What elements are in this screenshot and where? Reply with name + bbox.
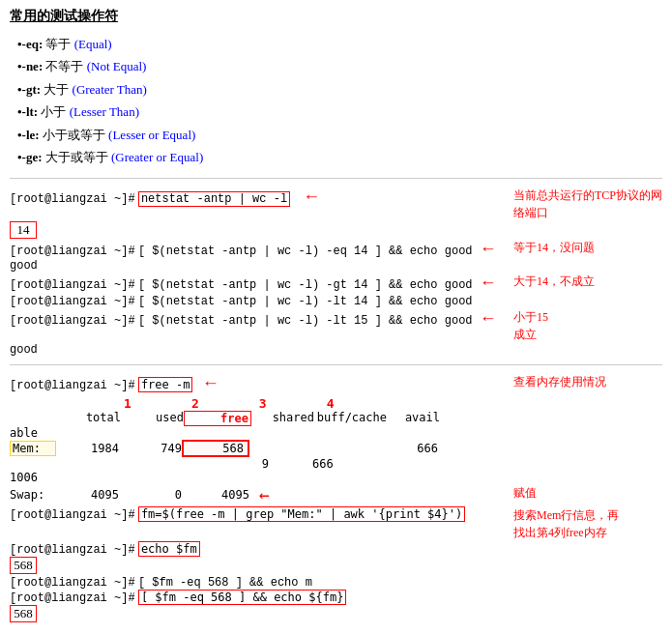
bullets-section: •-eq: 等于 (Equal) •-ne: 不等于 (Not Equal) •… [10, 33, 662, 168]
col-num-4: 4 [327, 396, 335, 411]
fm-prompt: [root@liangzai ~]# [10, 508, 135, 522]
prompt2: [root@liangzai ~]# [10, 245, 135, 258]
col-num-3: 3 [259, 396, 267, 411]
test2-prompt: [root@liangzai ~]# [10, 591, 135, 605]
mem-free: 568 [182, 440, 249, 457]
arrow2: ← [480, 239, 497, 258]
swap-total: 4095 [56, 488, 119, 502]
test2-output: 568 [10, 605, 662, 622]
note3: 大于14，不成立 [508, 273, 662, 290]
cmd3-row: [root@liangzai ~]# [ $(netstat -antp | w… [10, 273, 662, 293]
cmd5-row: [root@liangzai ~]# [ $(netstat -antp | w… [10, 308, 662, 343]
output5: good [10, 343, 662, 357]
bullet-ge: •-ge: 大于或等于 (Greater or Equal) [17, 146, 662, 168]
mem-shared-val: 9 [249, 457, 269, 471]
test-cmd: [ $fm -eq 568 ] && echo m [138, 576, 312, 590]
bullet-gt: •-gt: 大于 (Greater Than) [17, 78, 662, 101]
fm-cmd-box: fm=$(free -m | grep "Mem:" | awk '{print… [138, 506, 465, 522]
fm-output-value: 568 [10, 557, 37, 574]
test-prompt: [root@liangzai ~]# [10, 576, 135, 590]
free-section: [root@liangzai ~]# free -m ← 查看内存使用情况 1 … [10, 373, 662, 622]
swap-row-wrapper: Swap: 4095 0 4095 ← 赋值 [10, 484, 662, 504]
mem-total: 1984 [56, 442, 119, 455]
col-avail: avail [387, 411, 440, 426]
test2-cmd-box: [ $fm -eq 568 ] && echo ${fm} [138, 590, 347, 605]
divider1 [10, 178, 662, 179]
terminal-section1: [root@liangzai ~]# netstat -antp | wc -l… [10, 187, 662, 357]
col-able-row: able [10, 426, 662, 440]
cmd2-text: [ $(netstat -antp | wc -l) -eq 14 ] && e… [138, 245, 473, 258]
divider2 [10, 364, 662, 365]
cmd4-text: [ $(netstat -antp | wc -l) -lt 14 ] && e… [138, 295, 473, 308]
fm-note: 搜索Mem行信息，再 找出第4列free内存 [508, 506, 662, 541]
free-note: 查看内存使用情况 [508, 373, 662, 390]
test-cmd-row: [root@liangzai ~]# [ $fm -eq 568 ] && ec… [10, 574, 662, 590]
mem-extra-row: 9 666 [10, 457, 662, 471]
col-shared: shared [251, 411, 314, 426]
note2: 等于14，没问题 [508, 239, 662, 256]
col-numbers-row: 1 2 3 4 [10, 396, 662, 411]
mem-row: Mem: 1984 749 568 666 [10, 440, 662, 457]
col-free: free [184, 411, 251, 426]
mem-label: Mem: [10, 441, 56, 456]
mem-666: 666 [312, 457, 332, 471]
note1: 当前总共运行的TCP协议的网络端口 [508, 187, 662, 221]
prompt1: [root@liangzai ~]# [10, 192, 135, 206]
output1-value: 14 [10, 221, 37, 239]
swap-label: Swap: [10, 488, 56, 502]
echo-cmd-box: echo $fm [138, 541, 200, 557]
mem-1006: 1006 [10, 471, 662, 484]
cmd1-row: [root@liangzai ~]# netstat -antp | wc -l… [10, 187, 662, 221]
swap-used: 0 [119, 488, 182, 502]
free-cmd-box: free -m [138, 377, 193, 392]
note5: 小于15 成立 [508, 308, 662, 343]
echo-fm-row: [root@liangzai ~]# echo $fm [10, 541, 662, 557]
output2: good [10, 259, 662, 273]
test-cmd2-row: [root@liangzai ~]# [ $fm -eq 568 ] && ec… [10, 590, 662, 605]
assign-arrow: ← [259, 484, 270, 504]
col-headers-row: total used free shared buff/cache avail [10, 411, 662, 426]
free-prompt: [root@liangzai ~]# [10, 379, 135, 392]
col-used: used [121, 411, 184, 426]
col-num-1: 1 [124, 396, 131, 411]
prompt5: [root@liangzai ~]# [10, 314, 135, 328]
arrow5: ← [480, 308, 497, 328]
prompt3: [root@liangzai ~]# [10, 278, 135, 292]
free-cmd-row: [root@liangzai ~]# free -m ← 查看内存使用情况 [10, 373, 662, 394]
test2-output-value: 568 [10, 605, 37, 622]
fm-cmd-row: [root@liangzai ~]# fm=$(free -m | grep "… [10, 506, 662, 541]
bullet-le: •-le: 小于或等于 (Lesser or Equal) [17, 124, 662, 146]
free-output: 1 2 3 4 total used free shared buff/cach… [10, 396, 662, 504]
free-arrow: ← [202, 373, 219, 392]
bullet-lt: •-lt: 小于 (Lesser Than) [17, 101, 662, 123]
col-total: total [58, 411, 121, 426]
cmd2-row: [root@liangzai ~]# [ $(netstat -antp | w… [10, 239, 662, 259]
bullet-eq: •-eq: 等于 (Equal) [17, 33, 662, 55]
prompt4: [root@liangzai ~]# [10, 295, 135, 308]
cmd5-text: [ $(netstat -antp | wc -l) -lt 15 ] && e… [138, 314, 473, 328]
arrow1: ← [303, 187, 320, 206]
cmd1-box: netstat -antp | wc -l [138, 191, 290, 207]
col-able: able [10, 426, 38, 440]
col-num-2: 2 [191, 396, 199, 411]
swap-free: 4095 [182, 488, 249, 502]
mem-used: 749 [119, 442, 182, 455]
cmd4-row: [root@liangzai ~]# [ $(netstat -antp | w… [10, 293, 662, 308]
fm-output: 568 [10, 557, 662, 574]
bullet-ne: •-ne: 不等于 (Not Equal) [17, 55, 662, 77]
echo-prompt: [root@liangzai ~]# [10, 543, 135, 557]
output1: 14 [10, 221, 662, 239]
swap-row: Swap: 4095 0 4095 ← [10, 484, 508, 504]
assign-note: 赋值 [508, 484, 662, 502]
cmd3-text: [ $(netstat -antp | wc -l) -gt 14 ] && e… [138, 278, 473, 292]
col-buffcache: buff/cache [314, 411, 387, 426]
mem-avail: 666 [385, 442, 438, 455]
page-title: 常用的测试操作符 [10, 8, 662, 25]
arrow3: ← [480, 273, 497, 292]
